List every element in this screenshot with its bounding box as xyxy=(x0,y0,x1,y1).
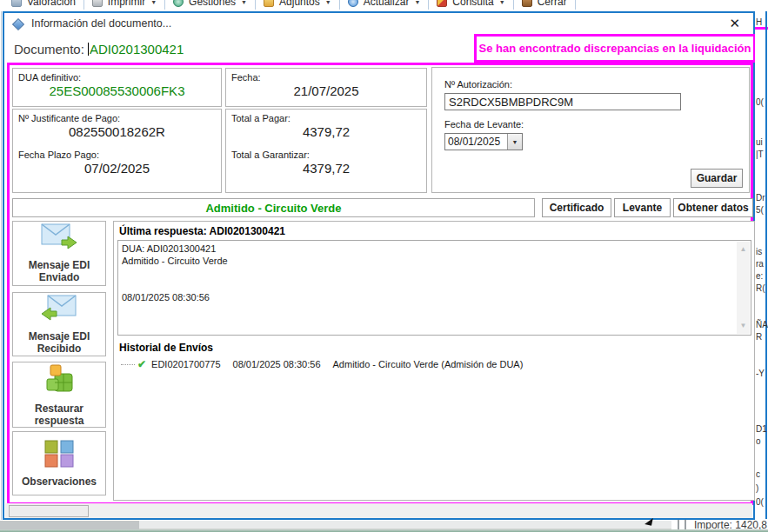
levante-button[interactable]: Levante xyxy=(614,198,671,217)
gestiones-icon xyxy=(173,0,184,7)
ultima-respuesta-header: Última respuesta: ADI0201300421 xyxy=(119,225,285,237)
response-panel: Última respuesta: ADI0201300421 DUA: ADI… xyxy=(113,221,755,501)
mensaje-edi-enviado-button[interactable]: Mensaje EDI Enviado xyxy=(12,221,106,286)
dropdown-arrow-icon[interactable]: ▼ xyxy=(499,0,505,5)
history-datetime: 08/01/2025 08:30:56 xyxy=(233,359,321,369)
response-textarea[interactable]: DUA: ADI0201300421 Admitido - Circuito V… xyxy=(117,240,751,336)
cubes-icon xyxy=(43,363,76,397)
toolbar-item-actualizar[interactable]: Actualizar▼ xyxy=(340,0,429,11)
toolbar-items: ValoraciónImprimir▼Gestiones▼Adjuntos▼Ac… xyxy=(3,0,576,11)
dialog-title: Información del documento... xyxy=(31,17,171,30)
cerrar-icon xyxy=(522,0,532,7)
horizontal-scrollbar-thumb[interactable] xyxy=(0,521,139,529)
background-toolbar: ValoraciónImprimir▼Gestiones▼Adjuntos▼Ac… xyxy=(0,0,768,11)
documento-field[interactable]: Documento:ADI0201300421 xyxy=(14,42,184,57)
history-tree-item[interactable]: ✔ EDI0201700775 08/01/2025 08:30:56 Admi… xyxy=(121,358,523,370)
groupbox-autorizacion: Nº Autorización: S2RDCX5BMBPDRC9M Fecha … xyxy=(431,67,750,193)
fecha-value: 21/07/2025 xyxy=(226,83,426,98)
dropdown-arrow-icon[interactable]: ▼ xyxy=(150,0,157,5)
status-banner: Admitido - Circuito Verde xyxy=(12,198,535,217)
dropdown-arrow-icon[interactable]: ▼ xyxy=(325,0,331,5)
toolbar-item-consulta[interactable]: Consulta▼ xyxy=(429,0,512,11)
document-info-dialog: Información del documento... ✕ Documento… xyxy=(3,11,755,520)
horizontal-scrollbar[interactable] xyxy=(0,521,671,529)
groupbox-dua-definitivo: DUA definitivo: 25ES00085530006FK3 xyxy=(12,68,222,107)
restaurar-respuesta-button[interactable]: Restaurar respuesta xyxy=(12,362,106,428)
history-id: EDI0201700775 xyxy=(151,359,221,369)
sidebar-label-line2: Recibido xyxy=(37,342,82,355)
autorizacion-input[interactable]: S2RDCX5BMBPDRC9M xyxy=(444,93,681,110)
dua-definitivo-label: DUA definitivo: xyxy=(13,69,221,83)
total-garantizar-value: 4379,72 xyxy=(226,161,426,176)
envelope-received-icon xyxy=(41,295,77,325)
chevron-down-icon[interactable]: ▼ xyxy=(507,134,522,150)
certificado-button[interactable]: Certificado xyxy=(542,198,611,217)
background-text-fragment: ra xyxy=(756,259,764,269)
valoracion-icon xyxy=(11,0,22,7)
sidebar-label-line2: respuesta xyxy=(35,415,84,427)
background-text-fragment: ÑA xyxy=(756,320,768,329)
scroll-up-icon[interactable]: ▲ xyxy=(740,242,747,257)
scroll-down-icon[interactable]: ▼ xyxy=(740,318,747,334)
documento-value: ADI0201300421 xyxy=(90,42,184,57)
color-squares-icon xyxy=(44,440,74,470)
background-text-fragment: D1 xyxy=(756,424,767,434)
background-text-fragment: is xyxy=(756,247,762,256)
fecha-plazo-value: 07/02/2025 xyxy=(13,161,221,176)
dialog-diamond-icon xyxy=(12,18,24,30)
vertical-scrollbar[interactable]: ▲ ▼ xyxy=(737,242,750,334)
groupbox-justificante: Nº Justificante de Pago: 082550018262R F… xyxy=(12,109,222,193)
mensaje-edi-recibido-button[interactable]: Mensaje EDI Recibido xyxy=(12,292,106,356)
tree-branch-line xyxy=(121,364,135,365)
dropdown-arrow-icon[interactable]: ▼ xyxy=(414,0,420,5)
sidebar-label-line1: Observaciones xyxy=(22,475,97,488)
justificante-label: Nº Justificante de Pago: xyxy=(13,110,221,123)
sidebar-label-line1: Mensaje EDI xyxy=(29,259,90,271)
toolbar-item-label: Imprimir xyxy=(108,0,145,8)
toolbar-item-gestiones[interactable]: Gestiones▼ xyxy=(165,0,255,11)
sidebar-label-line2: Enviado xyxy=(39,271,80,283)
consulta-icon xyxy=(437,0,447,7)
actualizar-icon xyxy=(348,0,358,7)
background-text-fragment: e: xyxy=(756,271,763,281)
toolbar-item-label: Cerrar xyxy=(538,0,567,8)
total-pagar-label: Total a Pagar: xyxy=(226,110,426,123)
fecha-levante-combobox[interactable]: 08/01/2025 ▼ xyxy=(444,133,523,150)
background-text-fragment: H xyxy=(756,17,762,27)
toolbar-item-label: Gestiones xyxy=(189,0,236,8)
toolbar-item-adjuntos[interactable]: Adjuntos▼ xyxy=(256,0,339,11)
toolbar-item-label: Adjuntos xyxy=(279,0,320,8)
historial-envios-header: Historial de Envíos xyxy=(119,342,213,354)
application-window: ValoraciónImprimir▼Gestiones▼Adjuntos▼Ac… xyxy=(0,0,768,532)
toolbar-item-valoracion[interactable]: Valoración xyxy=(3,0,83,11)
adjuntos-icon xyxy=(264,0,274,7)
dropdown-arrow-icon[interactable]: ▼ xyxy=(241,0,247,5)
total-garantizar-label: Total a Garantizar: xyxy=(226,146,426,160)
response-text: DUA: ADI0201300421 Admitido - Circuito V… xyxy=(122,243,735,303)
sidebar-label-line1: Restaurar xyxy=(35,402,83,415)
guardar-button[interactable]: Guardar xyxy=(691,169,743,188)
toolbar-separator xyxy=(575,0,576,10)
background-text-fragment: c xyxy=(756,469,760,479)
toolbar-item-imprimir[interactable]: Imprimir▼ xyxy=(84,0,164,11)
text-caret xyxy=(88,43,89,56)
dialog-bottom-strip xyxy=(5,503,752,518)
background-text-fragment: Dr xyxy=(756,193,765,203)
dialog-status-cell xyxy=(9,505,89,517)
background-text-fragment: R( xyxy=(756,283,765,293)
background-text-fragment: o xyxy=(756,436,761,446)
history-status: Admitido - Circuito Verde (Admisión de D… xyxy=(333,359,524,369)
background-text-fragment: ) xyxy=(756,483,758,493)
groupbox-fecha: Fecha: 21/07/2025 xyxy=(225,68,427,107)
background-window-border xyxy=(765,11,767,519)
imprimir-icon xyxy=(92,0,103,7)
toolbar-item-label: Consulta xyxy=(452,0,493,8)
obtener-datos-button[interactable]: Obtener datos xyxy=(673,198,753,217)
close-icon[interactable]: ✕ xyxy=(725,14,745,33)
toolbar-item-cerrar[interactable]: Cerrar xyxy=(514,0,575,11)
observaciones-button[interactable]: Observaciones xyxy=(12,431,106,495)
background-text-fragment: -Y xyxy=(756,369,765,378)
background-text-fragment: |T xyxy=(756,150,764,159)
background-left-edge xyxy=(1,11,2,520)
warning-text: Se han encontrado discrepancias en la li… xyxy=(479,42,751,55)
